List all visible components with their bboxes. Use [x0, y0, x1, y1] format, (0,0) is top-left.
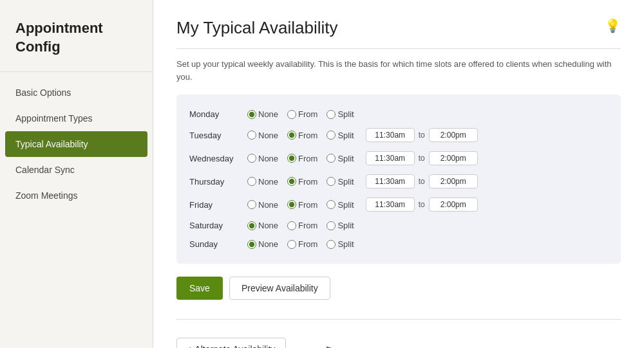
radio-split-monday[interactable]: Split — [327, 109, 354, 119]
main-content: My Typical Availability 💡 Set up your ty… — [153, 0, 644, 348]
table-row: Friday None From Split to — [189, 193, 608, 216]
radio-group-tuesday: None From Split — [247, 131, 359, 140]
radio-group-thursday: None From Split — [247, 177, 359, 187]
action-buttons: Save Preview Availability — [176, 277, 621, 300]
radio-from-sunday[interactable]: From — [287, 239, 317, 249]
radio-group-wednesday: None From Split — [247, 154, 359, 163]
time-range-thursday: to — [366, 174, 478, 188]
time-to-tuesday[interactable] — [429, 128, 478, 142]
preview-availability-button[interactable]: Preview Availability — [229, 277, 330, 300]
table-row: Wednesday None From Split to — [189, 147, 608, 170]
time-to-friday[interactable] — [429, 197, 478, 212]
radio-none-thursday[interactable]: None — [247, 177, 278, 187]
radio-split-saturday[interactable]: Split — [327, 221, 354, 230]
table-row: Tuesday None From Split to — [189, 124, 608, 147]
time-to-label-friday: to — [419, 200, 425, 209]
day-label-thursday: Thursday — [189, 177, 247, 187]
day-label-monday: Monday — [189, 109, 247, 119]
table-row: Sunday None From Split — [189, 235, 608, 253]
time-to-label-thursday: to — [419, 177, 425, 186]
radio-none-monday[interactable]: None — [247, 109, 278, 119]
sidebar-item-label: Appointment Types — [15, 113, 93, 124]
sidebar-item-label: Basic Options — [15, 87, 71, 98]
radio-split-wednesday[interactable]: Split — [327, 154, 354, 163]
sidebar-item-appointment-types[interactable]: Appointment Types — [0, 105, 153, 131]
radio-from-tuesday[interactable]: From — [287, 131, 317, 140]
radio-none-friday[interactable]: None — [247, 200, 278, 210]
radio-none-wednesday[interactable]: None — [247, 154, 278, 163]
radio-from-monday[interactable]: From — [287, 109, 317, 119]
time-from-tuesday[interactable] — [366, 128, 415, 142]
radio-from-saturday[interactable]: From — [287, 221, 317, 230]
sidebar-item-basic-options[interactable]: Basic Options — [0, 80, 153, 105]
page-description: Set up your typical weekly availability.… — [176, 58, 621, 83]
sidebar-item-typical-availability[interactable]: Typical Availability — [5, 131, 147, 157]
radio-group-saturday: None From Split — [247, 221, 359, 230]
day-label-tuesday: Tuesday — [189, 131, 247, 140]
time-range-friday: to — [366, 197, 478, 212]
radio-group-sunday: None From Split — [247, 239, 359, 249]
radio-from-wednesday[interactable]: From — [287, 154, 317, 163]
sidebar-item-zoom-meetings[interactable]: Zoom Meetings — [0, 183, 153, 208]
sidebar-item-calendar-sync[interactable]: Calendar Sync — [0, 157, 153, 183]
main-header: My Typical Availability 💡 — [176, 18, 621, 49]
time-to-label-wednesday: to — [419, 154, 425, 163]
availability-table: Monday None From Split Tuesday None — [176, 95, 621, 264]
radio-from-thursday[interactable]: From — [287, 177, 317, 187]
sidebar: AppointmentConfig Basic Options Appointm… — [0, 0, 153, 348]
sidebar-item-label: Typical Availability — [15, 139, 88, 149]
day-label-sunday: Sunday — [189, 239, 247, 249]
page-title: My Typical Availability — [176, 18, 337, 38]
radio-split-sunday[interactable]: Split — [327, 239, 354, 249]
time-to-label-tuesday: to — [419, 131, 425, 140]
lightbulb-icon[interactable]: 💡 — [605, 18, 621, 33]
sidebar-item-label: Calendar Sync — [15, 165, 75, 175]
time-from-thursday[interactable] — [366, 174, 415, 188]
save-button[interactable]: Save — [176, 277, 223, 300]
radio-from-friday[interactable]: From — [287, 200, 317, 210]
time-range-tuesday: to — [366, 128, 478, 142]
table-row: Saturday None From Split — [189, 216, 608, 235]
arrow-icon — [298, 343, 336, 348]
radio-none-tuesday[interactable]: None — [247, 131, 278, 140]
sidebar-title: AppointmentConfig — [0, 13, 153, 72]
table-row: Thursday None From Split to — [189, 170, 608, 193]
radio-none-saturday[interactable]: None — [247, 221, 278, 230]
time-to-wednesday[interactable] — [429, 151, 478, 165]
day-label-friday: Friday — [189, 200, 247, 210]
sidebar-item-label: Zoom Meetings — [15, 190, 77, 201]
radio-none-sunday[interactable]: None — [247, 239, 278, 249]
alternate-availability-section: + Alternate Availability — [176, 319, 621, 348]
radio-split-tuesday[interactable]: Split — [327, 131, 354, 140]
time-from-friday[interactable] — [366, 197, 415, 212]
day-label-saturday: Saturday — [189, 221, 247, 230]
time-from-wednesday[interactable] — [366, 151, 415, 165]
radio-split-thursday[interactable]: Split — [327, 177, 354, 187]
day-label-wednesday: Wednesday — [189, 154, 247, 163]
sidebar-nav: Basic Options Appointment Types Typical … — [0, 80, 153, 208]
table-row: Monday None From Split — [189, 105, 608, 124]
time-to-thursday[interactable] — [429, 174, 478, 188]
radio-group-monday: None From Split — [247, 109, 359, 119]
radio-group-friday: None From Split — [247, 200, 359, 210]
alternate-availability-button[interactable]: + Alternate Availability — [176, 338, 286, 348]
time-range-wednesday: to — [366, 151, 478, 165]
radio-split-friday[interactable]: Split — [327, 200, 354, 210]
